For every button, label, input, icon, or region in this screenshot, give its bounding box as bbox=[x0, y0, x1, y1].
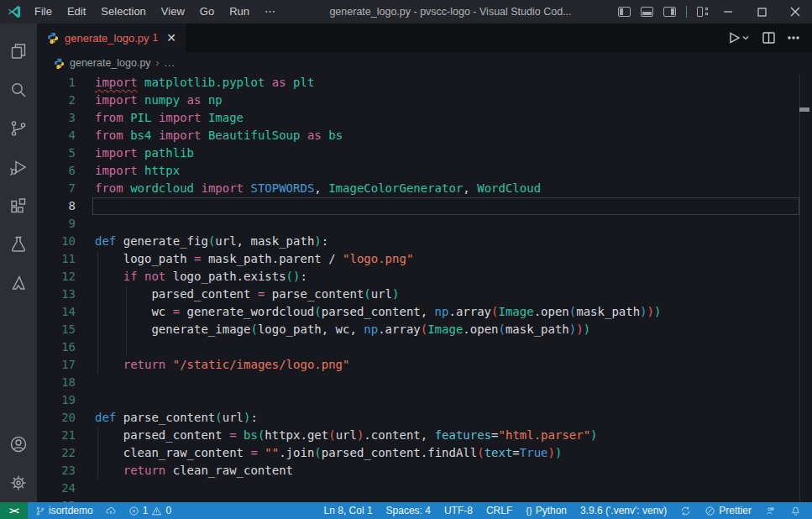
run-debug-icon[interactable] bbox=[0, 148, 37, 186]
problems-status[interactable]: 1 0 bbox=[124, 502, 175, 519]
divider bbox=[686, 6, 687, 18]
toggle-secondary-sidebar-icon[interactable] bbox=[663, 7, 676, 17]
code-lines: 1import matplotlib.pyplot as plt2import … bbox=[37, 74, 812, 502]
code-line-11[interactable]: 11 logo_path = mask_path.parent / "logo.… bbox=[37, 250, 812, 268]
code-line-10[interactable]: 10def generate_fig(url, mask_path): bbox=[37, 233, 812, 250]
overview-ruler-marker bbox=[799, 107, 809, 112]
line-number: 2 bbox=[37, 92, 95, 109]
code-line-12[interactable]: 12 if not logo_path.exists(): bbox=[37, 268, 812, 286]
code-text: return "/static/images/logo.png" bbox=[95, 356, 812, 374]
code-line-2[interactable]: 2import numpy as np bbox=[37, 92, 812, 109]
minimize-button[interactable] bbox=[711, 0, 745, 24]
indentation-status[interactable]: Spaces: 4 bbox=[382, 502, 435, 519]
code-line-5[interactable]: 5import pathlib bbox=[37, 144, 812, 162]
code-line-19[interactable]: 19 bbox=[37, 391, 812, 409]
sync-status[interactable] bbox=[676, 502, 695, 519]
menu-item-[interactable]: ⋯ bbox=[257, 0, 283, 24]
code-line-13[interactable]: 13 parsed_content = parse_content(url) bbox=[37, 286, 812, 303]
code-text: from wordcloud import STOPWORDS, ImageCo… bbox=[95, 180, 812, 197]
vscode-window: FileEditSelectionViewGoRun⋯ generate_log… bbox=[0, 0, 812, 519]
scrollbar-track[interactable] bbox=[799, 74, 800, 502]
line-number: 14 bbox=[37, 303, 95, 321]
line-number: 25 bbox=[37, 497, 95, 502]
code-line-4[interactable]: 4from bs4 import BeautifulSoup as bs bbox=[37, 127, 812, 144]
code-line-17[interactable]: 17 return "/static/images/logo.png" bbox=[37, 356, 812, 374]
language-mode[interactable]: {} Python bbox=[521, 502, 571, 519]
warning-count: 0 bbox=[165, 505, 171, 516]
code-editor[interactable]: 1import matplotlib.pyplot as plt2import … bbox=[37, 74, 812, 502]
line-number: 13 bbox=[37, 286, 95, 303]
code-text: if not logo_path.exists(): bbox=[95, 268, 812, 286]
run-python-file-icon[interactable] bbox=[729, 32, 751, 44]
code-line-3[interactable]: 3from PIL import Image bbox=[37, 109, 812, 127]
code-line-1[interactable]: 1import matplotlib.pyplot as plt bbox=[37, 74, 812, 92]
code-text: import matplotlib.pyplot as plt bbox=[95, 74, 812, 92]
cursor-position[interactable]: Ln 8, Col 1 bbox=[320, 502, 377, 519]
line-number: 20 bbox=[37, 409, 95, 427]
code-line-6[interactable]: 6import httpx bbox=[37, 162, 812, 180]
customize-layout-icon[interactable] bbox=[697, 7, 703, 17]
braces-icon: {} bbox=[526, 506, 532, 516]
menu-item-edit[interactable]: Edit bbox=[60, 0, 93, 24]
code-line-18[interactable]: 18 bbox=[37, 374, 812, 391]
line-number: 4 bbox=[37, 127, 95, 144]
line-number: 8 bbox=[37, 197, 95, 215]
menu-item-view[interactable]: View bbox=[154, 0, 192, 24]
code-line-9[interactable]: 9 bbox=[37, 215, 812, 233]
encoding-status[interactable]: UTF-8 bbox=[440, 502, 477, 519]
feedback-icon bbox=[765, 506, 777, 516]
remote-indicator[interactable]: >< bbox=[0, 502, 28, 519]
tab-generate-logo[interactable]: generate_logo.py 1 ✕ bbox=[37, 24, 187, 52]
code-line-24[interactable]: 24 bbox=[37, 480, 812, 497]
testing-icon[interactable] bbox=[0, 225, 37, 264]
toggle-panel-icon[interactable] bbox=[641, 7, 653, 17]
explorer-icon[interactable] bbox=[0, 32, 37, 71]
settings-gear-icon[interactable] bbox=[0, 464, 37, 502]
code-text: parsed_content = bs(httpx.get(url).conte… bbox=[95, 427, 812, 444]
tab-close-icon[interactable]: ✕ bbox=[165, 31, 178, 45]
split-editor-icon[interactable] bbox=[762, 32, 775, 44]
code-text: from PIL import Image bbox=[95, 109, 812, 127]
maximize-button[interactable] bbox=[745, 0, 778, 24]
line-number: 9 bbox=[37, 215, 95, 233]
notifications-status[interactable] bbox=[786, 502, 805, 519]
account-icon[interactable] bbox=[0, 425, 37, 464]
code-line-23[interactable]: 23 return clean_raw_content bbox=[37, 462, 812, 480]
feedback-status[interactable] bbox=[761, 502, 781, 519]
azure-icon[interactable] bbox=[0, 264, 37, 302]
code-line-15[interactable]: 15 generate_image(logo_path, wc, np.arra… bbox=[37, 321, 812, 338]
code-line-16[interactable]: 16 bbox=[37, 338, 812, 356]
python-file-icon bbox=[54, 58, 65, 69]
breadcrumb-symbol[interactable]: ... bbox=[165, 57, 175, 69]
code-line-20[interactable]: 20def parse_content(url): bbox=[37, 409, 812, 427]
source-control-icon[interactable] bbox=[0, 109, 37, 148]
menu-item-run[interactable]: Run bbox=[222, 0, 257, 24]
eol-status[interactable]: CRLF bbox=[482, 502, 516, 519]
code-line-25[interactable]: 25 bbox=[37, 497, 812, 502]
menu-item-go[interactable]: Go bbox=[192, 0, 222, 24]
line-number: 18 bbox=[37, 374, 95, 391]
formatter-status[interactable]: Prettier bbox=[700, 502, 756, 519]
code-line-21[interactable]: 21 parsed_content = bs(httpx.get(url).co… bbox=[37, 427, 812, 444]
menu-item-selection[interactable]: Selection bbox=[93, 0, 153, 24]
close-window-button[interactable] bbox=[778, 0, 812, 24]
extensions-icon[interactable] bbox=[0, 186, 37, 225]
menu-bar: FileEditSelectionViewGoRun⋯ bbox=[27, 0, 283, 24]
branch-status[interactable]: isortdemo bbox=[31, 502, 97, 519]
more-actions-icon[interactable] bbox=[787, 32, 800, 44]
code-line-8[interactable]: 8 bbox=[37, 197, 812, 215]
code-line-22[interactable]: 22 clean_raw_content = "".join(parsed_co… bbox=[37, 444, 812, 462]
window-title: generate_logo.py - pvscc-logo - Visual S… bbox=[283, 6, 618, 18]
breadcrumb-file[interactable]: generate_logo.py bbox=[70, 57, 151, 69]
search-icon[interactable] bbox=[0, 71, 37, 109]
code-text: wc = generate_wordcloud(parsed_content, … bbox=[95, 303, 812, 321]
toggle-sidebar-icon[interactable] bbox=[618, 7, 631, 17]
code-line-7[interactable]: 7from wordcloud import STOPWORDS, ImageC… bbox=[37, 180, 812, 197]
code-line-14[interactable]: 14 wc = generate_wordcloud(parsed_conten… bbox=[37, 303, 812, 321]
menu-item-file[interactable]: File bbox=[27, 0, 60, 24]
code-text bbox=[95, 391, 812, 409]
line-number: 12 bbox=[37, 268, 95, 286]
python-interpreter[interactable]: 3.9.6 ('.venv': venv) bbox=[576, 502, 671, 519]
code-text bbox=[95, 338, 812, 356]
publish-status[interactable] bbox=[101, 502, 121, 519]
